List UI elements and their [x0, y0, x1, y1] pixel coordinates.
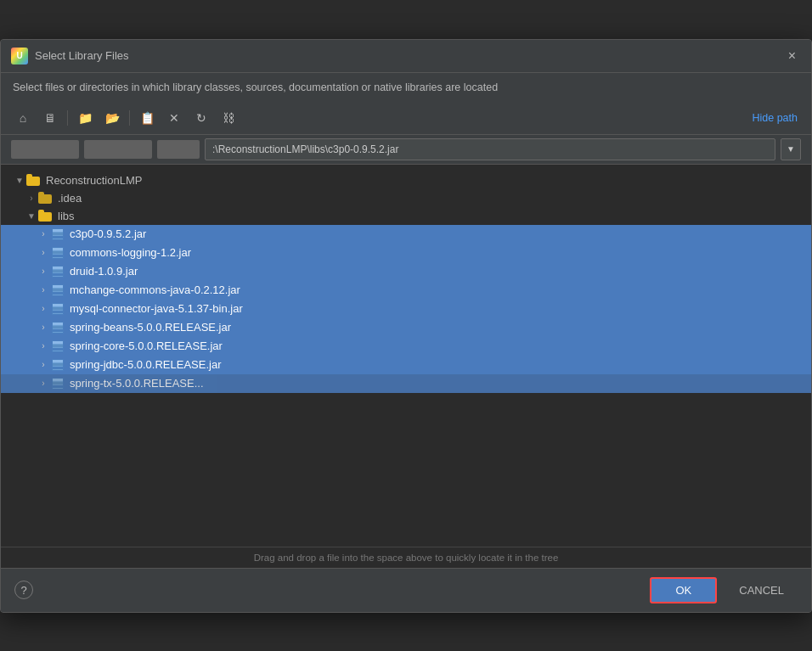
link-button[interactable]: ⛓: [217, 107, 240, 129]
dialog-window: U Select Library Files × Select files or…: [0, 39, 812, 613]
tree-item-mysql-connector[interactable]: › mysql-connector-java-5.1.37-bin.jar: [1, 300, 811, 318]
toolbar: ⌂ 🖥 📁 📂 📋 ✕ ↻ ⛓: [1, 102, 811, 135]
delete-icon: ✕: [169, 111, 179, 125]
tree-item-spring-jdbc[interactable]: › spring-jdbc-5.0.0.RELEASE.jar: [1, 356, 811, 374]
tree-item-reconstruction[interactable]: ▼ ReconstructionLMP: [1, 171, 811, 189]
dialog-title: Select Library Files: [35, 49, 129, 62]
tree-item-c3p0[interactable]: › c3p0-0.9.5.2.jar: [1, 225, 811, 244]
folder-link-button[interactable]: 📋: [135, 107, 159, 129]
refresh-button[interactable]: ↻: [189, 107, 213, 129]
toolbar-left: ⌂ 🖥 📁 📂 📋 ✕ ↻ ⛓: [11, 107, 240, 129]
path-dropdown-button[interactable]: ▼: [781, 138, 801, 160]
folder-link-icon: 📋: [140, 111, 155, 125]
tree-item-libs[interactable]: ▼ libs: [1, 207, 811, 225]
home-icon: ⌂: [20, 111, 26, 125]
bottom-bar: ? OK CANCEL: [1, 568, 811, 612]
close-button[interactable]: ×: [783, 47, 801, 65]
jar-mchange-icon: [50, 283, 65, 297]
link-icon: ⛓: [223, 111, 234, 125]
tree-label-spring-jdbc: spring-jdbc-5.0.0.RELEASE.jar: [70, 358, 221, 371]
tree-item-idea[interactable]: › .idea: [1, 189, 811, 207]
home-button[interactable]: ⌂: [11, 107, 35, 129]
path-bar: ▼: [1, 135, 811, 165]
folder-libs-icon: [38, 210, 54, 222]
path-segment-2: [84, 140, 152, 159]
drag-hint: Drag and drop a file into the space abov…: [1, 547, 811, 568]
jar-c3p0-icon: [50, 227, 65, 241]
chevron-mchange: ›: [37, 285, 50, 295]
jar-commons-logging-icon: [50, 246, 65, 260]
tree-label-commons-logging: commons-logging-1.2.jar: [70, 246, 191, 259]
hide-path-button[interactable]: Hide path: [748, 110, 801, 126]
path-segment-3: [157, 140, 200, 159]
tree-item-spring-beans[interactable]: › spring-beans-5.0.0.RELEASE.jar: [1, 318, 811, 337]
tree-item-spring-core[interactable]: › spring-core-5.0.0.RELEASE.jar: [1, 337, 811, 356]
monitor-button[interactable]: 🖥: [38, 107, 62, 129]
toolbar-divider-2: [129, 110, 130, 126]
tree-label-spring-tx: spring-tx-5.0.0.RELEASE...: [70, 377, 204, 390]
cancel-button[interactable]: CANCEL: [725, 577, 798, 603]
tree-item-spring-tx[interactable]: › spring-tx-5.0.0.RELEASE...: [1, 374, 811, 393]
tree-item-mchange[interactable]: › mchange-commons-java-0.2.12.jar: [1, 281, 811, 300]
tree-item-commons-logging[interactable]: › commons-logging-1.2.jar: [1, 244, 811, 262]
folder-up-icon: 📂: [105, 111, 120, 125]
tree-label-reconstruction: ReconstructionLMP: [46, 174, 142, 187]
path-input[interactable]: [205, 138, 775, 160]
tree-label-spring-beans: spring-beans-5.0.0.RELEASE.jar: [70, 321, 231, 334]
chevron-spring-tx: ›: [37, 379, 50, 388]
app-icon: U: [11, 48, 28, 65]
jar-mysql-connector-icon: [50, 302, 65, 316]
tree-label-mysql-connector: mysql-connector-java-5.1.37-bin.jar: [70, 302, 243, 315]
refresh-icon: ↻: [196, 111, 206, 125]
dialog-description: Select files or directories in which lib…: [1, 73, 811, 102]
chevron-commons-logging: ›: [37, 248, 50, 257]
jar-spring-beans-icon: [50, 321, 65, 334]
new-folder-icon: 📁: [78, 111, 93, 125]
bottom-actions: OK CANCEL: [650, 577, 798, 603]
tree-label-mchange: mchange-commons-java-0.2.12.jar: [70, 283, 240, 296]
chevron-reconstruction: ▼: [13, 176, 26, 185]
folder-reconstruction-icon: [26, 174, 42, 186]
chevron-spring-jdbc: ›: [37, 360, 50, 369]
title-bar-left: U Select Library Files: [11, 48, 129, 65]
title-bar: U Select Library Files ×: [1, 40, 811, 73]
chevron-spring-core: ›: [37, 341, 50, 351]
chevron-mysql-connector: ›: [37, 304, 50, 313]
delete-button[interactable]: ✕: [162, 107, 186, 129]
folder-up-button[interactable]: 📂: [100, 107, 124, 129]
help-button[interactable]: ?: [14, 581, 33, 599]
jar-spring-jdbc-icon: [50, 358, 65, 372]
tree-label-c3p0: c3p0-0.9.5.2.jar: [70, 227, 146, 240]
chevron-down-icon: ▼: [787, 144, 795, 154]
monitor-icon: 🖥: [44, 111, 56, 125]
jar-spring-core-icon: [50, 340, 65, 353]
jar-druid-icon: [50, 265, 65, 278]
path-segment-1: [11, 140, 79, 159]
tree-label-spring-core: spring-core-5.0.0.RELEASE.jar: [70, 340, 223, 352]
chevron-spring-beans: ›: [37, 323, 50, 332]
jar-spring-tx-icon: [50, 377, 65, 390]
tree-label-idea: .idea: [58, 192, 82, 205]
chevron-c3p0: ›: [37, 229, 50, 239]
folder-idea-icon: [38, 192, 54, 204]
path-prefix: [11, 140, 200, 159]
new-folder-button[interactable]: 📁: [73, 107, 97, 129]
toolbar-divider-1: [67, 110, 68, 126]
tree-item-druid[interactable]: › druid-1.0.9.jar: [1, 262, 811, 281]
file-tree: ▼ ReconstructionLMP › .idea ▼ libs ›: [1, 165, 811, 547]
chevron-druid: ›: [37, 267, 50, 276]
chevron-libs: ▼: [25, 211, 38, 221]
chevron-idea: ›: [25, 194, 38, 203]
ok-button[interactable]: OK: [650, 577, 717, 603]
tree-label-libs: libs: [58, 210, 75, 222]
tree-label-druid: druid-1.0.9.jar: [70, 265, 138, 278]
